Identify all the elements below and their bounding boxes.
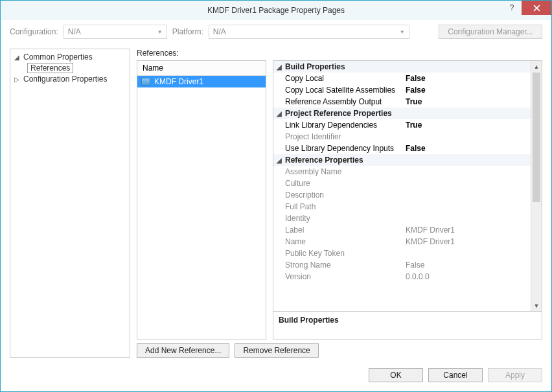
grid-value (403, 252, 531, 255)
grid-category-label: Build Properties (282, 61, 403, 73)
grid-key: Public Key Token (282, 248, 403, 259)
grid-row-culture[interactable]: Culture (273, 178, 531, 189)
cancel-button[interactable]: Cancel (428, 368, 483, 382)
configuration-label: Configuration: (10, 27, 58, 36)
grid-row-reference-assembly-output[interactable]: Reference Assembly Output True (273, 96, 531, 108)
grid-key: Identity (282, 213, 403, 224)
grid-key: Assembly Name (282, 166, 403, 178)
grid-key: Strong Name (282, 259, 403, 271)
grid-row-name[interactable]: NameKMDF Driver1 (273, 236, 531, 248)
collapse-icon[interactable]: ◢ (273, 156, 282, 165)
grid-category-project-reference[interactable]: ◢ Project Reference Properties (273, 108, 531, 119)
grid-value (403, 182, 531, 185)
configuration-value: N/A (68, 27, 81, 36)
scroll-down-icon[interactable]: ▼ (531, 300, 542, 311)
grid-key: Reference Assembly Output (282, 96, 403, 108)
grid-key: Link Library Dependencies (282, 119, 403, 131)
chevron-down-icon: ▼ (157, 29, 163, 35)
dialog-footer: OK Cancel Apply (1, 363, 551, 391)
grid-row-public-key-token[interactable]: Public Key Token (273, 248, 531, 259)
grid-row-strong-name[interactable]: Strong NameFalse (273, 259, 531, 271)
apply-button[interactable]: Apply (488, 368, 542, 382)
grid-key: Copy Local Satellite Assemblies (282, 84, 403, 96)
grid-row-copy-satellite[interactable]: Copy Local Satellite Assemblies False (273, 84, 531, 96)
grid-key: Culture (282, 178, 403, 189)
grid-row-description[interactable]: Description (273, 189, 531, 201)
property-grid: ◢ Build Properties Copy Local False Copy… (273, 60, 542, 340)
grid-row-version[interactable]: Version0.0.0.0 (273, 271, 531, 282)
expand-icon[interactable]: ▷ (13, 76, 21, 83)
window-controls: ? (502, 1, 551, 15)
remove-reference-button[interactable]: Remove Reference (235, 343, 318, 358)
grid-value: KMDF Driver1 (403, 224, 531, 236)
grid-key: Label (282, 224, 403, 236)
collapse-icon[interactable]: ◢ (273, 109, 282, 119)
grid-value (403, 217, 531, 220)
list-item-label: KMDF Driver1 (154, 77, 203, 86)
grid-value: KMDF Driver1 (403, 236, 531, 248)
grid-description-header: Build Properties (273, 311, 542, 339)
grid-key: Project Identifier (282, 131, 403, 143)
config-toolbar: Configuration: N/A ▼ Platform: N/A ▼ Con… (1, 20, 551, 43)
grid-value[interactable]: True (403, 119, 531, 131)
grid-value: False (403, 259, 531, 271)
configuration-manager-button[interactable]: Configuration Manager... (439, 25, 542, 39)
grid-value (403, 194, 531, 196)
grid-row-link-library[interactable]: Link Library Dependencies True (273, 119, 531, 131)
platform-dropdown[interactable]: N/A ▼ (209, 25, 409, 39)
grid-value: 0.0.0.0 (403, 271, 531, 282)
grid-row-use-library-inputs[interactable]: Use Library Dependency Inputs False (273, 143, 531, 154)
collapse-icon[interactable]: ◢ (13, 54, 21, 61)
reference-icon (141, 78, 150, 86)
scroll-up-icon[interactable]: ▲ (531, 61, 542, 72)
grid-category-build[interactable]: ◢ Build Properties (273, 61, 531, 73)
grid-row-copy-local[interactable]: Copy Local False (273, 73, 531, 84)
grid-row-identity[interactable]: Identity (273, 213, 531, 224)
platform-value: N/A (213, 27, 226, 36)
panes: Name KMDF Driver1 ◢ Build Properties (137, 60, 542, 340)
grid-key: Name (282, 236, 403, 248)
titlebar[interactable]: KMDF Driver1 Package Property Pages ? (1, 1, 551, 20)
list-item[interactable]: KMDF Driver1 (137, 76, 266, 87)
tree-item-references[interactable]: References (12, 62, 128, 74)
tree-label: References (27, 63, 73, 73)
grid-value (403, 135, 531, 138)
grid-value[interactable]: False (403, 73, 531, 84)
grid-value (403, 170, 531, 173)
references-label: References: (137, 49, 542, 58)
grid-row-project-identifier[interactable]: Project Identifier (273, 131, 531, 143)
collapse-icon[interactable]: ◢ (273, 62, 282, 72)
help-button[interactable]: ? (502, 1, 522, 15)
close-button[interactable] (522, 1, 551, 15)
grid-key: Copy Local (282, 73, 403, 84)
grid-key: Use Library Dependency Inputs (282, 143, 403, 154)
nav-tree[interactable]: ◢ Common Properties References ▷ Configu… (10, 49, 130, 358)
grid-category-reference-properties[interactable]: ◢ Reference Properties (273, 154, 531, 166)
tree-item-common-properties[interactable]: ◢ Common Properties (12, 52, 128, 62)
references-list[interactable]: Name KMDF Driver1 (137, 60, 266, 340)
grid-row-label[interactable]: LabelKMDF Driver1 (273, 224, 531, 236)
grid-row-full-path[interactable]: Full Path (273, 201, 531, 213)
grid-value[interactable]: False (403, 84, 531, 96)
grid-key: Description (282, 189, 403, 201)
ok-button[interactable]: OK (369, 368, 423, 382)
tree-item-configuration-properties[interactable]: ▷ Configuration Properties (12, 74, 128, 84)
window-title: KMDF Driver1 Package Property Pages (1, 6, 551, 15)
right-panel: References: Name KMDF Driver1 ◢ Bu (137, 49, 542, 358)
scroll-thumb[interactable] (533, 73, 540, 202)
close-icon (533, 5, 540, 12)
grid-category-label: Project Reference Properties (282, 108, 403, 119)
add-new-reference-button[interactable]: Add New Reference... (137, 343, 229, 358)
platform-label: Platform: (172, 27, 203, 36)
list-header-name[interactable]: Name (137, 61, 266, 76)
tree-label: Common Properties (23, 52, 93, 62)
grid-value (403, 205, 531, 208)
grid-value[interactable]: False (403, 143, 531, 154)
grid-key: Version (282, 271, 403, 282)
property-grid-rows[interactable]: ◢ Build Properties Copy Local False Copy… (273, 61, 531, 311)
dialog-window: KMDF Driver1 Package Property Pages ? Co… (0, 0, 552, 392)
grid-value[interactable]: True (403, 96, 531, 108)
configuration-dropdown[interactable]: N/A ▼ (63, 25, 167, 39)
grid-row-assembly-name[interactable]: Assembly Name (273, 166, 531, 178)
vertical-scrollbar[interactable]: ▲ ▼ (531, 61, 542, 311)
